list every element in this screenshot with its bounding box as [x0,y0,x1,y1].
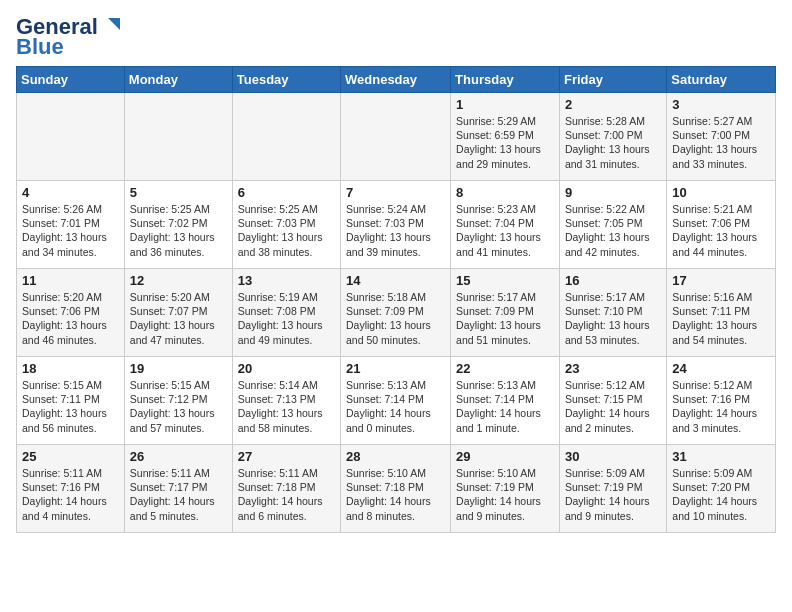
calendar-cell: 3Sunrise: 5:27 AM Sunset: 7:00 PM Daylig… [667,93,776,181]
calendar-cell [124,93,232,181]
svg-marker-0 [108,18,120,30]
day-number: 9 [565,185,661,200]
day-number: 20 [238,361,335,376]
day-info: Sunrise: 5:13 AM Sunset: 7:14 PM Dayligh… [346,378,445,435]
calendar-cell: 15Sunrise: 5:17 AM Sunset: 7:09 PM Dayli… [451,269,560,357]
day-number: 16 [565,273,661,288]
day-number: 27 [238,449,335,464]
calendar-week-4: 18Sunrise: 5:15 AM Sunset: 7:11 PM Dayli… [17,357,776,445]
day-number: 7 [346,185,445,200]
day-number: 24 [672,361,770,376]
day-info: Sunrise: 5:18 AM Sunset: 7:09 PM Dayligh… [346,290,445,347]
day-number: 28 [346,449,445,464]
day-info: Sunrise: 5:11 AM Sunset: 7:17 PM Dayligh… [130,466,227,523]
day-info: Sunrise: 5:09 AM Sunset: 7:19 PM Dayligh… [565,466,661,523]
calendar-cell: 29Sunrise: 5:10 AM Sunset: 7:19 PM Dayli… [451,445,560,533]
calendar-cell: 8Sunrise: 5:23 AM Sunset: 7:04 PM Daylig… [451,181,560,269]
day-info: Sunrise: 5:14 AM Sunset: 7:13 PM Dayligh… [238,378,335,435]
logo: General Blue [16,16,122,58]
calendar-cell: 21Sunrise: 5:13 AM Sunset: 7:14 PM Dayli… [341,357,451,445]
calendar-cell: 24Sunrise: 5:12 AM Sunset: 7:16 PM Dayli… [667,357,776,445]
day-number: 14 [346,273,445,288]
day-number: 8 [456,185,554,200]
day-info: Sunrise: 5:20 AM Sunset: 7:07 PM Dayligh… [130,290,227,347]
weekday-sunday: Sunday [17,67,125,93]
calendar-cell: 22Sunrise: 5:13 AM Sunset: 7:14 PM Dayli… [451,357,560,445]
calendar-cell: 2Sunrise: 5:28 AM Sunset: 7:00 PM Daylig… [559,93,666,181]
day-info: Sunrise: 5:10 AM Sunset: 7:19 PM Dayligh… [456,466,554,523]
weekday-thursday: Thursday [451,67,560,93]
weekday-tuesday: Tuesday [232,67,340,93]
calendar-cell: 27Sunrise: 5:11 AM Sunset: 7:18 PM Dayli… [232,445,340,533]
calendar-cell: 6Sunrise: 5:25 AM Sunset: 7:03 PM Daylig… [232,181,340,269]
weekday-friday: Friday [559,67,666,93]
logo-blue: Blue [16,34,64,59]
day-number: 11 [22,273,119,288]
day-number: 15 [456,273,554,288]
calendar-cell: 5Sunrise: 5:25 AM Sunset: 7:02 PM Daylig… [124,181,232,269]
day-number: 5 [130,185,227,200]
calendar-cell: 31Sunrise: 5:09 AM Sunset: 7:20 PM Dayli… [667,445,776,533]
day-info: Sunrise: 5:26 AM Sunset: 7:01 PM Dayligh… [22,202,119,259]
calendar-cell: 17Sunrise: 5:16 AM Sunset: 7:11 PM Dayli… [667,269,776,357]
calendar-cell: 25Sunrise: 5:11 AM Sunset: 7:16 PM Dayli… [17,445,125,533]
day-info: Sunrise: 5:10 AM Sunset: 7:18 PM Dayligh… [346,466,445,523]
day-number: 12 [130,273,227,288]
day-info: Sunrise: 5:21 AM Sunset: 7:06 PM Dayligh… [672,202,770,259]
day-number: 4 [22,185,119,200]
calendar-cell [232,93,340,181]
day-info: Sunrise: 5:28 AM Sunset: 7:00 PM Dayligh… [565,114,661,171]
day-number: 3 [672,97,770,112]
weekday-saturday: Saturday [667,67,776,93]
day-info: Sunrise: 5:15 AM Sunset: 7:12 PM Dayligh… [130,378,227,435]
calendar-cell: 20Sunrise: 5:14 AM Sunset: 7:13 PM Dayli… [232,357,340,445]
day-info: Sunrise: 5:29 AM Sunset: 6:59 PM Dayligh… [456,114,554,171]
day-info: Sunrise: 5:25 AM Sunset: 7:03 PM Dayligh… [238,202,335,259]
calendar-cell: 16Sunrise: 5:17 AM Sunset: 7:10 PM Dayli… [559,269,666,357]
day-info: Sunrise: 5:22 AM Sunset: 7:05 PM Dayligh… [565,202,661,259]
day-info: Sunrise: 5:15 AM Sunset: 7:11 PM Dayligh… [22,378,119,435]
day-info: Sunrise: 5:20 AM Sunset: 7:06 PM Dayligh… [22,290,119,347]
day-info: Sunrise: 5:12 AM Sunset: 7:16 PM Dayligh… [672,378,770,435]
day-info: Sunrise: 5:11 AM Sunset: 7:16 PM Dayligh… [22,466,119,523]
calendar-cell: 9Sunrise: 5:22 AM Sunset: 7:05 PM Daylig… [559,181,666,269]
calendar-week-3: 11Sunrise: 5:20 AM Sunset: 7:06 PM Dayli… [17,269,776,357]
day-number: 19 [130,361,227,376]
day-number: 30 [565,449,661,464]
weekday-wednesday: Wednesday [341,67,451,93]
day-info: Sunrise: 5:24 AM Sunset: 7:03 PM Dayligh… [346,202,445,259]
day-info: Sunrise: 5:17 AM Sunset: 7:10 PM Dayligh… [565,290,661,347]
day-info: Sunrise: 5:12 AM Sunset: 7:15 PM Dayligh… [565,378,661,435]
calendar-week-1: 1Sunrise: 5:29 AM Sunset: 6:59 PM Daylig… [17,93,776,181]
day-number: 6 [238,185,335,200]
day-number: 10 [672,185,770,200]
calendar-week-2: 4Sunrise: 5:26 AM Sunset: 7:01 PM Daylig… [17,181,776,269]
day-number: 1 [456,97,554,112]
day-number: 2 [565,97,661,112]
calendar-cell: 11Sunrise: 5:20 AM Sunset: 7:06 PM Dayli… [17,269,125,357]
day-info: Sunrise: 5:11 AM Sunset: 7:18 PM Dayligh… [238,466,335,523]
calendar-cell: 18Sunrise: 5:15 AM Sunset: 7:11 PM Dayli… [17,357,125,445]
calendar-cell: 30Sunrise: 5:09 AM Sunset: 7:19 PM Dayli… [559,445,666,533]
logo-icon [100,14,122,36]
day-info: Sunrise: 5:13 AM Sunset: 7:14 PM Dayligh… [456,378,554,435]
calendar-cell: 26Sunrise: 5:11 AM Sunset: 7:17 PM Dayli… [124,445,232,533]
calendar-table: SundayMondayTuesdayWednesdayThursdayFrid… [16,66,776,533]
day-info: Sunrise: 5:27 AM Sunset: 7:00 PM Dayligh… [672,114,770,171]
weekday-header-row: SundayMondayTuesdayWednesdayThursdayFrid… [17,67,776,93]
calendar-cell: 13Sunrise: 5:19 AM Sunset: 7:08 PM Dayli… [232,269,340,357]
day-number: 18 [22,361,119,376]
day-info: Sunrise: 5:25 AM Sunset: 7:02 PM Dayligh… [130,202,227,259]
day-number: 26 [130,449,227,464]
day-info: Sunrise: 5:16 AM Sunset: 7:11 PM Dayligh… [672,290,770,347]
calendar-cell: 23Sunrise: 5:12 AM Sunset: 7:15 PM Dayli… [559,357,666,445]
day-info: Sunrise: 5:17 AM Sunset: 7:09 PM Dayligh… [456,290,554,347]
day-info: Sunrise: 5:09 AM Sunset: 7:20 PM Dayligh… [672,466,770,523]
day-number: 22 [456,361,554,376]
calendar-header: SundayMondayTuesdayWednesdayThursdayFrid… [17,67,776,93]
calendar-cell: 14Sunrise: 5:18 AM Sunset: 7:09 PM Dayli… [341,269,451,357]
calendar-cell: 28Sunrise: 5:10 AM Sunset: 7:18 PM Dayli… [341,445,451,533]
weekday-monday: Monday [124,67,232,93]
calendar-cell [341,93,451,181]
day-number: 21 [346,361,445,376]
